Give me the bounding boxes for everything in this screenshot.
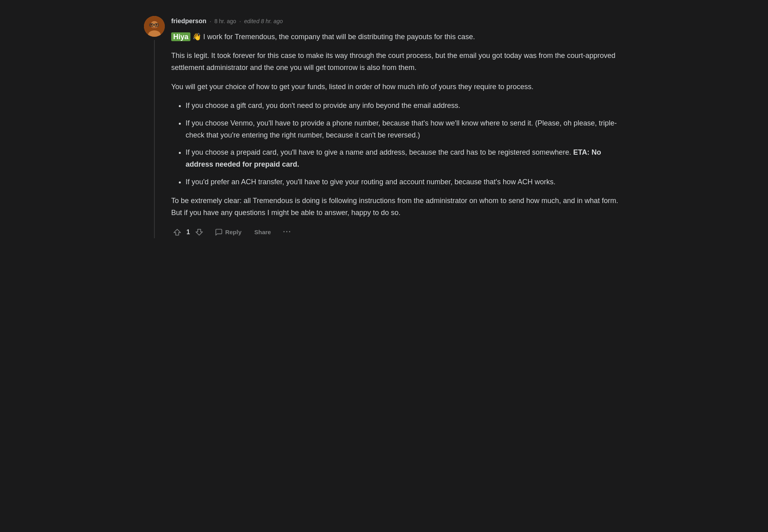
comment-container: friedperson · 8 hr. ago · edited 8 hr. a… (132, 8, 636, 246)
share-label: Share (254, 229, 271, 235)
comment-actions: 1 Reply Share ··· (171, 226, 624, 238)
comment-body: Hiya 👋 I work for Tremendous, the compan… (171, 31, 624, 219)
svg-point-8 (156, 24, 158, 26)
thread-line (154, 40, 155, 238)
timestamp: 8 hr. ago (214, 17, 236, 26)
right-column: friedperson · 8 hr. ago · edited 8 hr. a… (171, 16, 624, 238)
paragraph-2: You will get your choice of how to get y… (171, 81, 624, 93)
bullet-item-3: If you choose a prepaid card, you'll hav… (186, 147, 624, 170)
bullet-3-text: If you choose a prepaid card, you'll hav… (186, 148, 573, 156)
dot-separator-1: · (210, 17, 211, 26)
vote-count: 1 (186, 227, 190, 237)
bullet-list: If you choose a gift card, you don't nee… (171, 100, 624, 188)
edited-label: edited 8 hr. ago (244, 17, 283, 26)
paragraph-1: This is legit. It took forever for this … (171, 50, 624, 74)
dot-separator-2: · (239, 17, 241, 26)
bullet-item-2: If you choose Venmo, you'll have to prov… (186, 118, 624, 141)
bullet-item-4: If you'd prefer an ACH transfer, you'll … (186, 176, 624, 188)
more-button[interactable]: ··· (280, 226, 294, 238)
paragraph-3: To be extremely clear: all Tremendous is… (171, 195, 624, 219)
share-button[interactable]: Share (251, 227, 274, 237)
svg-point-7 (151, 24, 152, 26)
vote-section: 1 (171, 226, 205, 238)
downvote-button[interactable] (193, 226, 205, 238)
avatar (144, 16, 165, 37)
comment-header: friedperson · 8 hr. ago · edited 8 hr. a… (171, 16, 624, 26)
intro-text: I work for Tremendous, the company that … (203, 33, 475, 41)
username: friedperson (171, 16, 206, 26)
left-column (144, 16, 165, 238)
upvote-button[interactable] (171, 226, 183, 238)
more-label: ··· (283, 228, 291, 236)
bullet-item-1: If you choose a gift card, you don't nee… (186, 100, 624, 112)
reply-label: Reply (225, 229, 242, 235)
intro-paragraph: Hiya 👋 I work for Tremendous, the compan… (171, 31, 624, 43)
reply-button[interactable]: Reply (212, 227, 245, 238)
hiya-emoji: 👋 (192, 33, 201, 41)
hiya-highlight: Hiya (171, 32, 190, 41)
